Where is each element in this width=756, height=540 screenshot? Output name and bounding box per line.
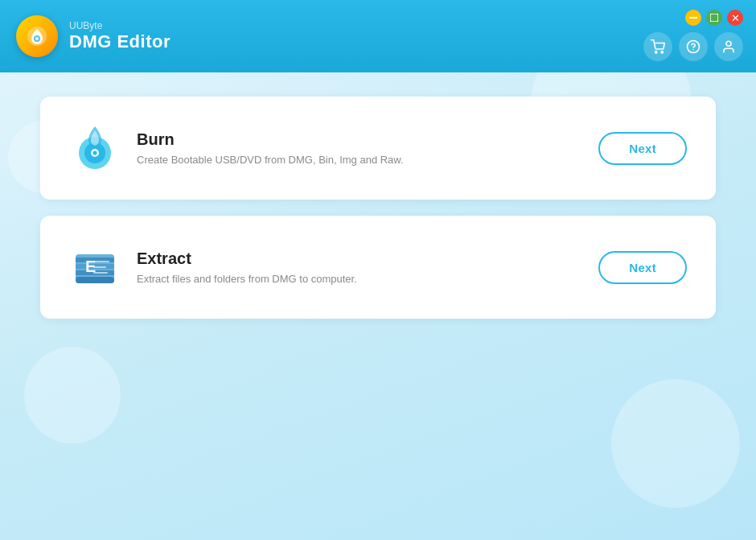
extract-description: Extract files and folders from DMG to co… [137, 273, 582, 285]
extract-icon: E [69, 241, 121, 293]
app-logo [16, 15, 58, 57]
extract-next-button[interactable]: Next [598, 251, 687, 284]
app-title: DMG Editor [69, 31, 171, 52]
extract-title: Extract [137, 249, 582, 268]
minimize-button[interactable] [685, 10, 701, 26]
burn-card: Burn Create Bootable USB/DVD from DMG, B… [40, 97, 716, 200]
burn-description: Create Bootable USB/DVD from DMG, Bin, I… [137, 154, 582, 166]
burn-next-button[interactable]: Next [598, 132, 687, 165]
svg-rect-20 [93, 261, 109, 262]
burn-icon [69, 122, 121, 174]
cart-icon-button[interactable] [643, 32, 672, 61]
deco-circle-3 [24, 347, 121, 443]
help-icon-button[interactable] [679, 32, 708, 61]
main-content: Burn Create Bootable USB/DVD from DMG, B… [0, 72, 756, 540]
header-icons [643, 32, 743, 61]
deco-circle-2 [611, 379, 740, 508]
svg-point-9 [726, 41, 731, 46]
svg-rect-3 [689, 17, 697, 19]
titlebar: UUByte DMG Editor ✕ [0, 0, 756, 72]
svg-point-5 [655, 52, 657, 53]
close-button[interactable]: ✕ [727, 10, 743, 26]
app-title-block: UUByte DMG Editor [69, 20, 171, 52]
window-controls: ✕ [685, 10, 743, 26]
burn-title: Burn [137, 130, 582, 149]
svg-rect-18 [76, 277, 114, 283]
user-icon-button[interactable] [714, 32, 743, 61]
app-subtitle: UUByte [69, 20, 171, 31]
svg-point-2 [35, 37, 39, 40]
extract-card: E Extract Extract files and folders from… [40, 216, 716, 319]
maximize-button[interactable] [706, 10, 722, 26]
svg-point-6 [661, 52, 663, 53]
svg-rect-21 [93, 266, 106, 268]
svg-rect-22 [93, 272, 108, 274]
burn-card-content: Burn Create Bootable USB/DVD from DMG, B… [137, 130, 582, 166]
app-branding: UUByte DMG Editor [16, 15, 171, 57]
extract-card-content: Extract Extract files and folders from D… [137, 249, 582, 285]
svg-rect-4 [710, 14, 718, 22]
svg-point-13 [93, 151, 97, 155]
